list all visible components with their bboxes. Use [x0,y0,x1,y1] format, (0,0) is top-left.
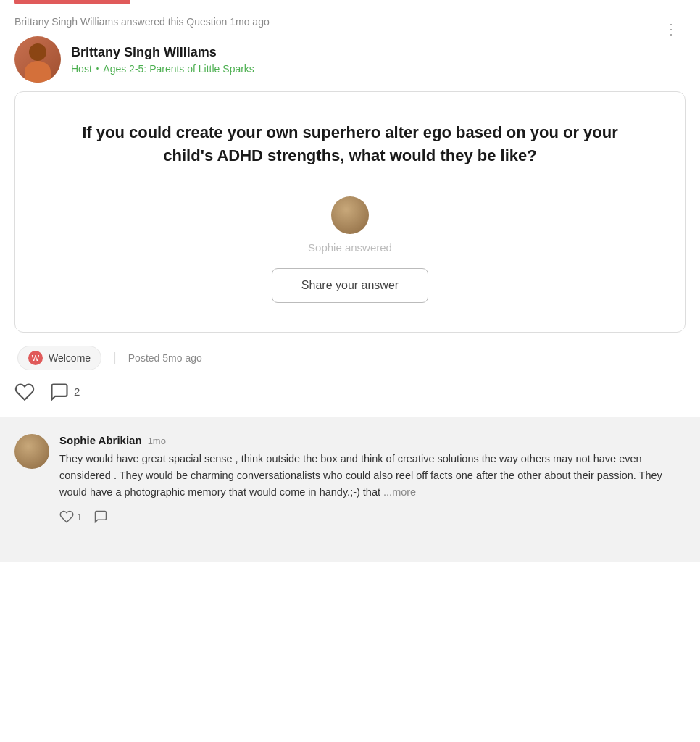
sophie-answered-label: Sophie answered [59,241,641,254]
header-section: Brittany Singh Williams answered this Qu… [0,4,700,91]
question-text: If you could create your own superhero a… [59,121,641,167]
welcome-icon: W [28,351,43,365]
heart-icon [14,382,35,402]
comment-icon [49,382,70,402]
author-role: Host [71,63,92,75]
author-community: Ages 2-5: Parents of Little Sparks [103,63,254,75]
comment-button[interactable]: 2 [49,382,80,402]
comment-item: Sophie Abrikian 1mo They would have grea… [14,434,686,525]
dot-separator: • [96,64,99,72]
more-link[interactable]: ...more [383,486,416,498]
like-button[interactable] [14,382,35,402]
answered-text: Brittany Singh Williams answered this Qu… [14,16,270,28]
comment-author-name: Sophie Abrikian [59,434,142,446]
share-answer-button[interactable]: Share your answer [272,268,428,303]
comment-body: Sophie Abrikian 1mo They would have grea… [59,434,686,525]
welcome-label: Welcome [49,352,91,364]
posted-ago: Posted 5mo ago [128,352,202,364]
vertical-divider: | [113,350,117,365]
question-card: If you could create your own superhero a… [14,91,686,333]
comment-like-button[interactable]: 1 [59,509,82,524]
comment-reply-icon [93,509,108,524]
action-bar: 2 [0,379,700,417]
sophie-avatar [331,196,369,234]
avatar [14,36,61,83]
author-name: Brittany Singh Williams [71,45,254,60]
comment-time: 1mo [148,435,166,446]
welcome-badge: W Welcome [17,346,101,370]
comment-reply-button[interactable] [93,509,108,524]
comments-section: Sophie Abrikian 1mo They would have grea… [0,417,700,562]
more-options-button[interactable]: ⋮ [658,16,686,42]
comment-text: They would have great spacial sense , th… [59,451,686,501]
comment-count: 2 [74,385,80,398]
comment-like-count: 1 [77,512,82,522]
commenter-avatar [14,434,49,469]
post-footer: W Welcome | Posted 5mo ago [0,333,700,379]
comment-heart-icon [59,509,74,524]
